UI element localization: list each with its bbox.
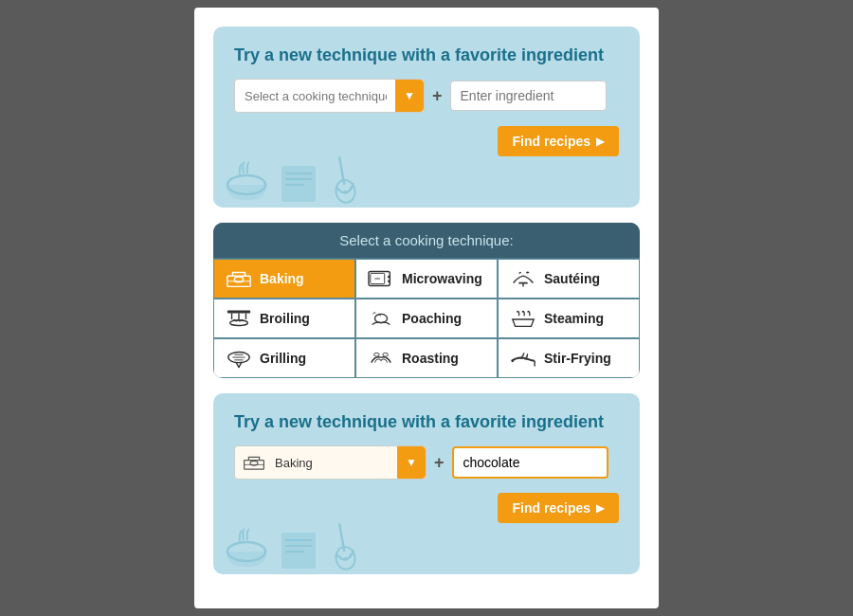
plus-sign-top: +: [432, 86, 443, 106]
svg-rect-16: [227, 311, 250, 314]
techniques-grid: Baking Microwaving: [213, 258, 640, 378]
steaming-label: Steaming: [544, 311, 604, 326]
svg-rect-2: [285, 172, 312, 174]
svg-rect-3: [285, 178, 312, 180]
card-bottom-title: Try a new technique with a favorite ingr…: [234, 412, 619, 432]
dropdown-header: Select a cooking technique:: [213, 223, 640, 258]
dropdown-card: Select a cooking technique: Baking: [213, 223, 640, 378]
stirfrying-label: Stir-Frying: [544, 351, 611, 366]
card-decorations-bottom: [213, 518, 370, 574]
technique-baking[interactable]: Baking: [213, 259, 355, 299]
recipe-card-icon: [280, 161, 318, 208]
bowl-icon: [223, 156, 270, 208]
technique-broiling[interactable]: Broiling: [213, 299, 355, 338]
card-decorations-top: [213, 152, 370, 208]
technique-microwaving[interactable]: Microwaving: [355, 259, 498, 299]
input-row-bottom: ▼ +: [234, 445, 619, 480]
roasting-label: Roasting: [402, 351, 459, 366]
whisk-icon: [327, 152, 360, 208]
card-bottom: Try a new technique with a favorite ingr…: [213, 393, 640, 574]
card-top: Try a new technique with a favorite ingr…: [213, 27, 640, 208]
ingredient-input-bottom[interactable]: [452, 446, 608, 479]
technique-grilling[interactable]: Grilling: [213, 338, 355, 378]
svg-point-32: [511, 359, 514, 362]
whisk-icon-bottom: [327, 518, 360, 574]
find-recipes-button-bottom[interactable]: Find recipes: [498, 493, 619, 523]
microwaving-label: Microwaving: [402, 271, 482, 286]
technique-select-top[interactable]: [235, 82, 396, 110]
card-top-title: Try a new technique with a favorite ingr…: [234, 45, 619, 65]
grilling-label: Grilling: [260, 351, 306, 366]
technique-poaching[interactable]: Poaching: [355, 299, 498, 338]
technique-roasting[interactable]: Roasting: [355, 338, 498, 378]
svg-rect-40: [285, 551, 304, 553]
technique-select-bottom[interactable]: [265, 449, 398, 477]
bowl-icon-bottom: [223, 523, 270, 574]
recipe-card-icon-bottom: [280, 528, 318, 574]
svg-rect-39: [285, 545, 312, 547]
svg-point-29: [374, 353, 380, 356]
broiling-label: Broiling: [260, 311, 310, 326]
dropdown-arrow-bottom[interactable]: ▼: [397, 446, 426, 479]
svg-point-30: [383, 353, 389, 356]
dropdown-arrow-top[interactable]: ▼: [395, 80, 424, 112]
svg-rect-4: [285, 184, 304, 186]
plus-sign-bottom: +: [434, 453, 445, 473]
technique-sauteing[interactable]: Sautéing: [498, 259, 640, 299]
svg-point-28: [238, 366, 240, 368]
poaching-label: Poaching: [402, 311, 462, 326]
svg-point-13: [388, 280, 390, 282]
sauteing-label: Sautéing: [544, 271, 600, 286]
find-recipes-button-top[interactable]: Find recipes: [498, 126, 619, 156]
technique-steaming[interactable]: Steaming: [498, 299, 640, 338]
svg-rect-38: [285, 539, 312, 541]
svg-point-12: [388, 276, 390, 279]
technique-stirfrying[interactable]: Stir-Frying: [498, 338, 640, 378]
ingredient-input-top[interactable]: [450, 81, 607, 111]
baking-label: Baking: [260, 271, 304, 286]
input-row-top: ▼ +: [234, 79, 619, 113]
